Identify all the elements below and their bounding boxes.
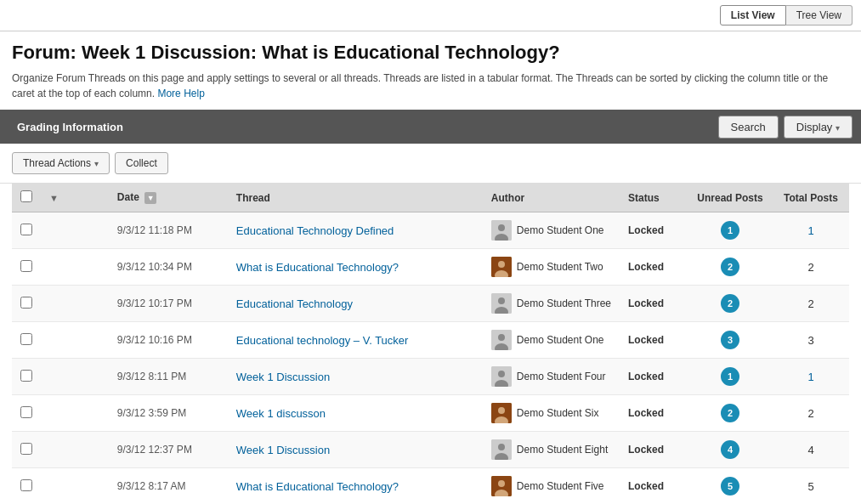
thread-link[interactable]: Week 1 discusson	[236, 407, 326, 420]
table-row: 9/3/12 10:17 PMEducational Technology De…	[12, 286, 849, 322]
avatar-silhouette-icon	[491, 366, 512, 387]
avatar	[491, 476, 512, 496]
row-checkbox[interactable]	[20, 260, 32, 272]
author-name: Demo Student Six	[517, 407, 599, 419]
collect-button[interactable]: Collect	[115, 152, 168, 174]
date-column-header[interactable]: Date ▼	[109, 184, 228, 212]
unread-badge: 1	[721, 221, 739, 240]
thread-link[interactable]: Educational technology – V. Tucker	[236, 334, 409, 347]
row-filter-cell	[41, 395, 109, 432]
row-checkbox[interactable]	[20, 406, 32, 418]
row-filter-cell	[41, 249, 109, 286]
toolbar-right: Search Display ▾	[718, 116, 853, 139]
svg-point-4	[498, 261, 505, 268]
filter-header: ▼	[41, 184, 109, 212]
table-row: 9/3/12 8:17 AMWhat is Educational Techno…	[12, 468, 849, 505]
row-checkbox-cell	[12, 286, 41, 322]
unread-column-header: Unread Posts	[688, 184, 773, 212]
row-thread: Week 1 discusson	[228, 395, 483, 432]
author-name: Demo Student Three	[517, 297, 611, 309]
avatar-photo-icon	[491, 403, 512, 423]
row-status: Locked	[620, 322, 688, 359]
author-name: Demo Student Five	[517, 480, 604, 492]
thread-link[interactable]: What is Educational Technology?	[236, 261, 399, 274]
row-checkbox[interactable]	[20, 370, 32, 382]
row-checkbox[interactable]	[20, 297, 32, 309]
row-unread: 5	[688, 468, 773, 505]
row-checkbox-cell	[12, 212, 41, 249]
row-checkbox-cell	[12, 395, 41, 432]
row-status: Locked	[620, 432, 688, 468]
row-thread: What is Educational Technology?	[228, 249, 483, 286]
unread-badge: 5	[721, 477, 739, 496]
thread-link[interactable]: Educational Technology	[236, 297, 353, 310]
total-value: 3	[807, 334, 813, 347]
avatar	[491, 366, 512, 387]
unread-badge: 2	[721, 294, 739, 313]
svg-point-1	[498, 224, 505, 231]
row-date: 9/3/12 10:17 PM	[109, 286, 228, 322]
row-date: 9/3/12 8:11 PM	[109, 359, 228, 395]
row-thread: Educational Technology Defined	[228, 212, 483, 249]
display-button[interactable]: Display ▾	[784, 116, 853, 139]
row-checkbox[interactable]	[20, 443, 32, 455]
row-checkbox[interactable]	[20, 333, 32, 345]
row-total: 5	[773, 468, 849, 505]
thread-actions-button[interactable]: Thread Actions ▾	[12, 152, 110, 174]
row-checkbox[interactable]	[20, 224, 32, 235]
author-name: Demo Student One	[517, 224, 604, 236]
row-checkbox[interactable]	[20, 479, 32, 491]
threads-table-wrapper: ▼ Date ▼ Thread Author Status Unread Pos…	[0, 184, 861, 504]
author-cell: Demo Student Three	[491, 293, 611, 314]
display-dropdown-arrow: ▾	[836, 123, 840, 133]
thread-actions-label: Thread Actions	[23, 157, 91, 169]
tree-view-button[interactable]: Tree View	[786, 5, 853, 25]
author-cell: Demo Student One	[491, 220, 611, 241]
table-row: 9/3/12 8:11 PMWeek 1 Discussion Demo Stu…	[12, 359, 849, 395]
total-value: 2	[807, 407, 813, 420]
row-unread: 2	[688, 286, 773, 322]
thread-link[interactable]: What is Educational Technology?	[236, 480, 399, 493]
thread-actions-arrow: ▾	[94, 159, 99, 168]
unread-badge: 3	[721, 331, 739, 349]
author-name: Demo Student Four	[517, 371, 606, 382]
table-row: 9/3/12 10:34 PMWhat is Educational Techn…	[12, 249, 849, 286]
thread-link[interactable]: Educational Technology Defined	[236, 224, 394, 237]
row-date: 9/3/12 10:16 PM	[109, 322, 228, 359]
toolbar-left: Grading Information	[8, 121, 132, 133]
more-help-link[interactable]: More Help	[157, 88, 204, 99]
grading-information-label: Grading Information	[8, 121, 132, 133]
select-all-header	[12, 184, 41, 212]
avatar-silhouette-icon	[491, 293, 512, 314]
select-all-checkbox[interactable]	[20, 190, 32, 202]
svg-point-22	[498, 480, 505, 487]
row-thread: What is Educational Technology?	[228, 468, 483, 505]
row-total: 4	[773, 432, 849, 468]
page-header: Forum: Week 1 Discussion: What is Educat…	[0, 31, 861, 110]
total-value: 4	[807, 444, 813, 456]
avatar-silhouette-icon	[491, 330, 512, 350]
threads-table: ▼ Date ▼ Thread Author Status Unread Pos…	[12, 184, 849, 504]
row-checkbox-cell	[12, 432, 41, 468]
thread-link[interactable]: Week 1 Discussion	[236, 444, 330, 456]
filter-icon: ▼	[49, 193, 59, 203]
total-link[interactable]: 1	[807, 224, 813, 237]
row-filter-cell	[41, 359, 109, 395]
thread-link[interactable]: Week 1 Discussion	[236, 371, 330, 383]
total-value: 2	[807, 261, 813, 274]
search-button[interactable]: Search	[718, 116, 779, 139]
author-name: Demo Student Two	[517, 261, 603, 273]
grading-toolbar: Grading Information Search Display ▾	[0, 110, 861, 144]
list-view-button[interactable]: List View	[720, 5, 786, 25]
avatar-photo-icon	[491, 476, 512, 496]
row-thread: Week 1 Discussion	[228, 359, 483, 395]
row-total: 1	[773, 212, 849, 249]
row-date: 9/3/12 12:37 PM	[109, 432, 228, 468]
total-link[interactable]: 1	[807, 371, 813, 383]
avatar	[491, 439, 512, 460]
row-total: 2	[773, 395, 849, 432]
row-filter-cell	[41, 468, 109, 505]
author-cell: Demo Student Four	[491, 366, 611, 387]
row-total: 2	[773, 249, 849, 286]
row-date: 9/3/12 8:17 AM	[109, 468, 228, 505]
